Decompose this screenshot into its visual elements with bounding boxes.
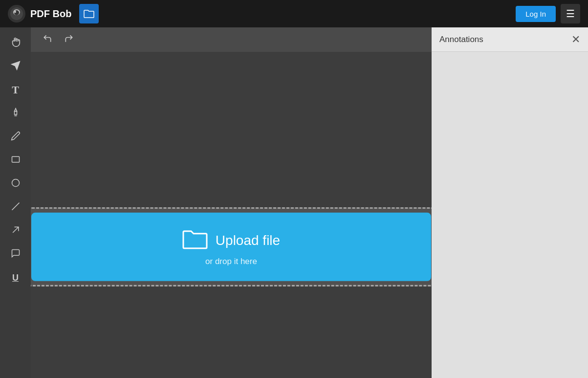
annotations-panel-close-button[interactable]: ✕ — [571, 33, 580, 46]
arrow-icon — [11, 225, 21, 237]
open-folder-button[interactable] — [79, 4, 99, 23]
pen-icon — [11, 131, 21, 143]
header: PDF Bob Log In ☰ — [0, 0, 588, 27]
upload-folder-icon — [182, 227, 208, 253]
svg-point-3 — [14, 11, 16, 13]
comment-tool-button[interactable] — [5, 244, 26, 265]
canvas-toolbar — [31, 27, 432, 52]
select-icon — [11, 61, 21, 73]
annotations-panel: Annotations ✕ — [432, 27, 588, 378]
line-tool-button[interactable] — [5, 197, 26, 218]
svg-line-11 — [13, 227, 19, 233]
svg-point-9 — [12, 179, 19, 186]
svg-rect-8 — [12, 156, 19, 162]
hand-icon — [10, 37, 21, 50]
app-title: PDF Bob — [30, 8, 71, 20]
annotations-panel-header: Annotations ✕ — [432, 27, 588, 52]
circle-tool-button[interactable] — [5, 173, 26, 195]
svg-marker-5 — [11, 61, 20, 69]
arrow-tool-button[interactable] — [5, 220, 26, 242]
upload-title: Upload file — [216, 232, 280, 248]
close-icon: ✕ — [571, 33, 580, 45]
text-tool-button[interactable]: T — [5, 79, 26, 101]
highlight-icon — [11, 108, 21, 120]
upload-button[interactable]: Upload file or drop it here — [31, 212, 431, 281]
redo-icon — [64, 34, 74, 46]
hand-tool-button[interactable] — [5, 32, 26, 54]
login-button[interactable]: Log In — [516, 6, 556, 22]
highlight-tool-button[interactable] — [5, 103, 26, 124]
upload-subtitle: or drop it here — [205, 256, 257, 266]
left-toolbar: T — [0, 27, 31, 378]
pen-tool-button[interactable] — [5, 126, 26, 148]
annotations-panel-title: Annotations — [439, 35, 483, 44]
menu-icon: ☰ — [566, 8, 575, 20]
svg-line-10 — [12, 202, 19, 210]
annotations-panel-body — [432, 52, 588, 378]
undo-icon — [43, 34, 52, 46]
upload-dropzone[interactable]: Upload file or drop it here — [31, 207, 432, 286]
logo-area: PDF Bob — [8, 5, 71, 22]
undo-button[interactable] — [39, 31, 56, 48]
rectangle-tool-button[interactable] — [5, 150, 26, 171]
main-layout: T — [0, 27, 588, 378]
circle-icon — [11, 178, 21, 190]
menu-button[interactable]: ☰ — [561, 4, 580, 23]
redo-button[interactable] — [60, 31, 78, 48]
canvas-area: Upload file or drop it here — [31, 27, 432, 378]
canvas-content: Upload file or drop it here — [31, 52, 432, 378]
svg-rect-6 — [14, 111, 17, 114]
rectangle-icon — [11, 155, 21, 167]
text-icon: T — [12, 84, 19, 96]
line-icon — [11, 201, 21, 214]
comment-icon — [11, 248, 21, 261]
underline-icon: U — [12, 273, 19, 283]
underline-tool-button[interactable]: U — [5, 267, 26, 289]
logo-icon — [8, 5, 25, 22]
select-tool-button[interactable] — [5, 56, 26, 77]
